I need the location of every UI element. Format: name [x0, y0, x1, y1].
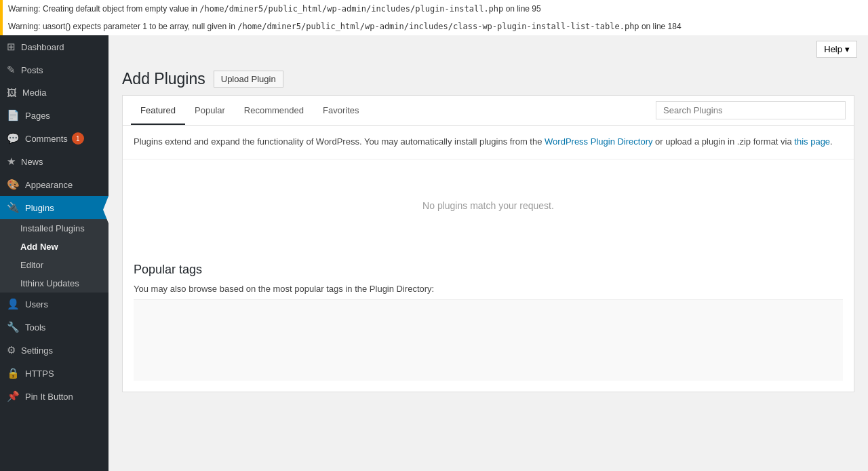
- settings-icon: ⚙: [7, 344, 16, 356]
- upload-plugin-button[interactable]: Upload Plugin: [214, 71, 283, 88]
- sidebar-item-label: News: [21, 157, 43, 167]
- sidebar-item-label: Appearance: [25, 180, 73, 190]
- no-plugins-message: No plugins match your request.: [123, 159, 854, 252]
- this-page-link[interactable]: this page: [794, 136, 830, 147]
- comments-icon: 💬: [7, 132, 20, 145]
- comments-badge: 1: [72, 132, 84, 145]
- sidebar-item-dashboard[interactable]: ⊞ Dashboard: [0, 35, 108, 58]
- sidebar-item-label: HTTPS: [25, 369, 54, 379]
- tabs-container: Featured Popular Recommended Favorites: [131, 97, 368, 124]
- sidebar-item-label: Comments: [25, 134, 68, 144]
- sidebar-item-news[interactable]: ★ News: [0, 150, 108, 173]
- sidebar-item-settings[interactable]: ⚙ Settings: [0, 339, 108, 362]
- warning-bar-2: Warning: uasort() expects parameter 1 to…: [0, 18, 868, 35]
- main-content: Help ▾ Add Plugins Upload Plugin Feature…: [108, 35, 868, 471]
- tags-area: [134, 299, 843, 381]
- submenu-editor[interactable]: Editor: [0, 256, 108, 274]
- page-header: Add Plugins Upload Plugin: [108, 63, 868, 95]
- dashboard-icon: ⊞: [7, 41, 16, 53]
- sidebar-item-pin-it-button[interactable]: 📌 Pin It Button: [0, 385, 108, 408]
- help-button[interactable]: Help ▾: [816, 41, 857, 58]
- submenu-installed-plugins[interactable]: Installed Plugins: [0, 219, 108, 238]
- plugin-directory-link[interactable]: WordPress Plugin Directory: [545, 136, 652, 147]
- tabs-row: Featured Popular Recommended Favorites: [123, 96, 854, 126]
- popular-tags-section: Popular tags You may also browse based o…: [123, 252, 854, 392]
- tab-featured[interactable]: Featured: [131, 97, 185, 125]
- submenu-itthinx-updates[interactable]: Itthinx Updates: [0, 274, 108, 293]
- page-title: Add Plugins: [122, 70, 205, 88]
- media-icon: 🖼: [7, 87, 17, 98]
- sidebar-item-label: Pin It Button: [25, 392, 73, 402]
- sidebar-item-label: Pages: [25, 111, 50, 121]
- sidebar-item-tools[interactable]: 🔧 Tools: [0, 316, 108, 339]
- pages-icon: 📄: [7, 109, 20, 121]
- news-icon: ★: [7, 155, 16, 168]
- sidebar-item-comments[interactable]: 💬 Comments 1: [0, 127, 108, 150]
- search-plugins-input[interactable]: [656, 101, 846, 119]
- popular-tags-title: Popular tags: [134, 263, 843, 277]
- sidebar-item-pages[interactable]: 📄 Pages: [0, 104, 108, 127]
- pin-it-button-icon: 📌: [7, 390, 20, 402]
- top-bar: Help ▾: [108, 35, 868, 63]
- plugins-icon: 🔌: [7, 202, 20, 214]
- plugin-area: Featured Popular Recommended Favorites P…: [122, 95, 854, 392]
- tools-icon: 🔧: [7, 321, 20, 333]
- sidebar-item-label: Dashboard: [21, 42, 64, 52]
- sidebar-item-label: Media: [22, 88, 46, 98]
- sidebar-item-label: Plugins: [25, 203, 54, 213]
- appearance-icon: 🎨: [7, 178, 20, 191]
- popular-tags-description: You may also browse based on the most po…: [134, 284, 843, 294]
- posts-icon: ✎: [7, 64, 16, 76]
- https-icon: 🔒: [7, 367, 20, 379]
- sidebar-item-users[interactable]: 👤 Users: [0, 293, 108, 316]
- sidebar-item-label: Posts: [21, 65, 43, 75]
- sidebar-item-https[interactable]: 🔒 HTTPS: [0, 362, 108, 385]
- active-arrow: [103, 196, 108, 223]
- sidebar-item-label: Settings: [21, 345, 53, 356]
- sidebar-item-appearance[interactable]: 🎨 Appearance: [0, 173, 108, 196]
- users-icon: 👤: [7, 298, 20, 310]
- tab-recommended[interactable]: Recommended: [235, 97, 313, 125]
- sidebar-item-posts[interactable]: ✎ Posts: [0, 58, 108, 81]
- sidebar: ⊞ Dashboard ✎ Posts 🖼 Media 📄 Pages 💬 Co…: [0, 35, 108, 471]
- sidebar-item-plugins[interactable]: 🔌 Plugins: [0, 196, 108, 219]
- tab-favorites[interactable]: Favorites: [313, 97, 368, 125]
- plugin-description: Plugins extend and expand the functional…: [123, 126, 854, 159]
- tab-popular[interactable]: Popular: [185, 97, 235, 125]
- sidebar-item-label: Tools: [25, 322, 45, 333]
- submenu-add-new[interactable]: Add New: [0, 238, 108, 256]
- sidebar-item-media[interactable]: 🖼 Media: [0, 81, 108, 104]
- plugins-submenu: Installed Plugins Add New Editor Itthinx…: [0, 219, 108, 293]
- sidebar-item-label: Users: [25, 299, 48, 309]
- warning-bar-1: Warning: Creating default object from em…: [0, 0, 868, 18]
